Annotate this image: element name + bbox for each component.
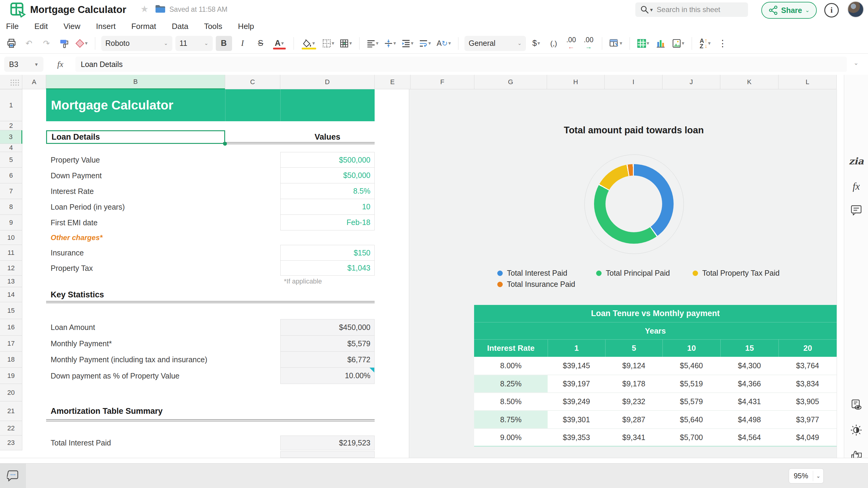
currency-format-button[interactable]: $ ▾	[529, 36, 544, 51]
tenure-value-cell[interactable]: $4,300	[720, 357, 778, 375]
increase-decimal-button[interactable]: .00 →	[581, 36, 596, 51]
fill-color-button[interactable]: ▾	[300, 36, 318, 51]
sheet-label-cell[interactable]: Down payment as % of Property Value	[46, 368, 279, 384]
sheet-label-cell[interactable]: Monthly Payment*	[46, 336, 279, 352]
key-statistics-header[interactable]: Key Statistics	[46, 287, 227, 302]
fill-handle[interactable]	[223, 142, 227, 146]
tenure-value-cell[interactable]: $4,564	[720, 428, 778, 446]
sort-button[interactable]: AZ ↑↓ ▾	[698, 36, 712, 51]
redo-button[interactable]: ↷	[39, 36, 54, 51]
tenure-rate-cell[interactable]: 8.00%	[474, 357, 548, 375]
vertical-align-button[interactable]: ▾	[383, 36, 398, 51]
sheet-label-cell[interactable]: Interest Rate	[46, 183, 261, 199]
sheet-value-cell[interactable]: 10	[280, 199, 375, 215]
search-scope-caret-icon[interactable]: ▼	[649, 7, 654, 12]
tenure-rate-cell[interactable]: 9.00%	[474, 428, 548, 446]
menu-data[interactable]: Data	[172, 22, 188, 31]
column-header-G[interactable]: G	[474, 75, 547, 89]
sheet-stat-cell[interactable]: $6,772	[280, 351, 375, 368]
column-header-A[interactable]: A	[22, 75, 46, 89]
menu-file[interactable]: File	[6, 22, 19, 31]
strikethrough-button[interactable]: S	[253, 36, 268, 51]
column-header-J[interactable]: J	[662, 75, 720, 89]
functions-panel-icon[interactable]: fx	[844, 181, 868, 192]
menu-edit[interactable]: Edit	[34, 22, 48, 31]
row-header-18[interactable]: 18	[0, 352, 22, 368]
row-header-7[interactable]: 7	[0, 183, 22, 199]
row-header-17[interactable]: 17	[0, 336, 22, 352]
vertical-scrollbar[interactable]	[837, 89, 844, 458]
sheet-value-cell[interactable]: 8.5%	[280, 183, 375, 199]
sheet-grid[interactable]: ABCDEFGHIJKL 123456789101112131415161718…	[0, 75, 868, 458]
tenure-value-cell[interactable]: $39,249	[548, 393, 605, 410]
menu-format[interactable]: Format	[131, 22, 156, 31]
tenure-value-cell[interactable]: $39,145	[548, 357, 605, 375]
sheet-value-cell[interactable]: $50,000	[280, 167, 375, 183]
insert-chart-button[interactable]	[653, 36, 668, 51]
chat-button[interactable]	[0, 464, 26, 488]
chart-object[interactable]: Total amount paid towards loanTotal Inte…	[410, 89, 837, 458]
eraser-button[interactable]: ▾	[74, 36, 89, 51]
sheet-label-cell[interactable]: Monthly Payment (including tax and insur…	[46, 352, 279, 368]
tenure-value-cell[interactable]: $5,519	[662, 375, 720, 393]
tenure-value-cell[interactable]: $5,700	[662, 428, 720, 446]
tenure-value-cell[interactable]: $5,579	[662, 393, 720, 410]
tenure-rate-cell[interactable]: 8.75%	[474, 410, 548, 428]
text-rotate-button[interactable]: A↻ ▾	[435, 36, 452, 51]
row-header-11[interactable]: 11	[0, 245, 22, 261]
font-family-select[interactable]: Roboto ⌄	[101, 36, 173, 51]
text-wrap-button[interactable]: ▾	[418, 36, 433, 51]
sheet-label-cell[interactable]: Down Payment	[46, 168, 261, 183]
horizontal-scrollbar[interactable]	[0, 458, 868, 463]
tenure-value-cell[interactable]: $3,834	[778, 375, 837, 393]
column-header-E[interactable]: E	[375, 75, 410, 89]
sheet-label-cell[interactable]: Property Value	[46, 152, 261, 168]
more-options-button[interactable]: ⋮	[715, 36, 730, 51]
sheet-value-cell[interactable]: $1,043	[280, 260, 375, 276]
format-painter-button[interactable]	[57, 36, 71, 51]
share-button[interactable]: Share ⌄	[761, 2, 817, 19]
search-input[interactable]: ▼ Search in this sheet	[635, 2, 748, 17]
print-button[interactable]	[4, 36, 19, 51]
tenure-value-cell[interactable]: $9,232	[605, 393, 662, 410]
column-header-L[interactable]: L	[778, 75, 837, 89]
formula-expand-caret-icon[interactable]: ⌄	[854, 59, 859, 66]
other-charges-label[interactable]: Other charges*	[46, 230, 225, 245]
tenure-value-cell[interactable]: $3,977	[778, 410, 837, 428]
row-header-21[interactable]: 21	[0, 401, 22, 421]
row-header-1[interactable]: 1	[0, 89, 22, 121]
sheet-value-cell[interactable]: $500,000	[280, 152, 375, 168]
tenure-value-cell[interactable]: $4,431	[720, 393, 778, 410]
row-header-2[interactable]: 2	[0, 121, 22, 130]
title-banner-cell[interactable]: Mortgage Calculator	[46, 89, 375, 121]
indent-button[interactable]: ▾	[401, 36, 415, 51]
tenure-value-cell[interactable]: $3,905	[778, 393, 837, 410]
merge-cells-button[interactable]: a ▾	[338, 36, 353, 51]
tenure-value-cell[interactable]: $9,124	[605, 357, 662, 375]
menu-help[interactable]: Help	[238, 22, 254, 31]
tenure-table[interactable]: Loan Tenure vs Monthly paymentYearsInter…	[474, 305, 837, 447]
row-header-5[interactable]: 5	[0, 152, 22, 168]
tenure-value-cell[interactable]: $4,498	[720, 410, 778, 428]
tenure-value-cell[interactable]: $39,301	[548, 410, 605, 428]
column-header-D[interactable]: D	[280, 75, 375, 89]
row-header-9[interactable]: 9	[0, 215, 22, 230]
insert-image-button[interactable]: ▾	[671, 36, 686, 51]
theme-contrast-icon[interactable]	[844, 424, 868, 436]
tenure-value-cell[interactable]: $9,341	[605, 428, 662, 446]
undo-button[interactable]: ↶	[22, 36, 36, 51]
sheet-stat-cell[interactable]: $5,579	[280, 335, 375, 352]
row-header-4[interactable]: 4	[0, 144, 22, 152]
row-header-16[interactable]: 16	[0, 319, 22, 336]
column-header-H[interactable]: H	[547, 75, 604, 89]
sheet-stat-cell[interactable]: 10.00%	[280, 367, 375, 384]
folder-icon[interactable]	[155, 4, 166, 14]
column-header-C[interactable]: C	[225, 75, 280, 89]
sheet-label-cell[interactable]: Loan Period (in years)	[46, 199, 261, 215]
select-all-corner[interactable]	[0, 75, 22, 89]
menu-insert[interactable]: Insert	[96, 22, 116, 31]
sheet-label-cell[interactable]: Insurance	[46, 245, 261, 261]
font-size-select[interactable]: 11 ⌄	[176, 36, 213, 51]
horizontal-align-button[interactable]: ▾	[366, 36, 380, 51]
app-logo-icon[interactable]	[10, 2, 26, 18]
